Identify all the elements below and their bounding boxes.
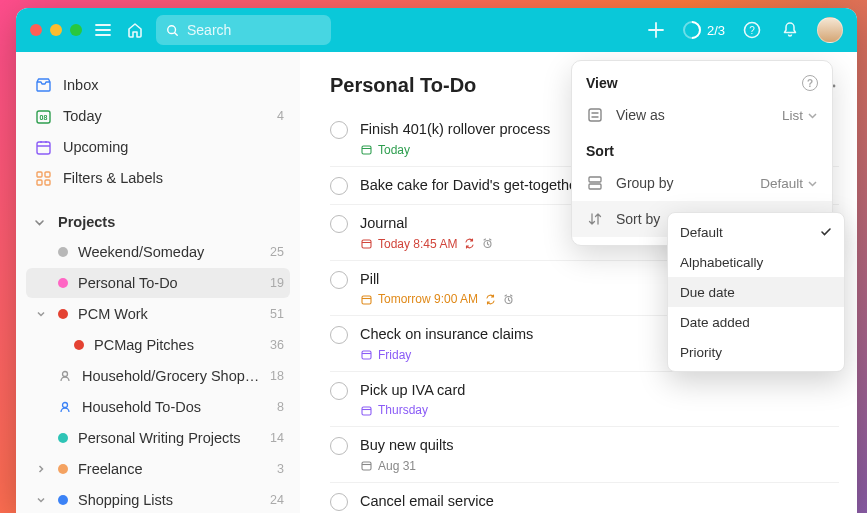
sidebar-item-label: Today [63, 108, 266, 124]
submenu-item-label: Due date [680, 285, 735, 300]
chevron-icon [34, 495, 48, 505]
sidebar-project-item[interactable]: PCMag Pitches36 [26, 330, 290, 360]
sidebar-item-today[interactable]: 08 Today 4 [26, 101, 290, 131]
task-row[interactable]: Buy new quiltsAug 31 [330, 427, 839, 483]
task-checkbox[interactable] [330, 271, 348, 289]
sidebar-project-item[interactable]: Shopping Lists24 [26, 485, 290, 513]
project-label: PCM Work [78, 306, 260, 322]
menu-icon[interactable] [92, 19, 114, 41]
svg-rect-31 [589, 184, 601, 189]
submenu-item-label: Alphabetically [680, 255, 763, 270]
task-title: Buy new quilts [360, 436, 839, 456]
close-window-button[interactable] [30, 24, 42, 36]
task-due-label: Aug 31 [378, 459, 416, 473]
search-field[interactable] [156, 15, 331, 45]
help-icon[interactable]: ? [802, 75, 818, 91]
project-label: PCMag Pitches [94, 337, 260, 353]
search-input[interactable] [187, 22, 321, 38]
notifications-icon[interactable] [779, 19, 801, 41]
project-label: Household To-Dos [82, 399, 267, 415]
sidebar-item-upcoming[interactable]: Upcoming [26, 132, 290, 162]
search-icon [166, 23, 179, 38]
add-task-button[interactable] [645, 19, 667, 41]
submenu-item[interactable]: Due date [668, 277, 844, 307]
group-by-value: Default [760, 176, 818, 191]
svg-rect-25 [362, 351, 371, 359]
submenu-item[interactable]: Date added [668, 307, 844, 337]
svg-rect-8 [37, 180, 42, 185]
project-color-dot [58, 309, 68, 319]
help-icon[interactable]: ? [741, 19, 763, 41]
svg-rect-20 [362, 146, 371, 154]
task-row[interactable]: Pick up IVA cardThursday [330, 372, 839, 428]
submenu-item[interactable]: Alphabetically [668, 247, 844, 277]
task-checkbox[interactable] [330, 326, 348, 344]
project-count: 18 [270, 369, 284, 383]
submenu-item[interactable]: Priority [668, 337, 844, 367]
sidebar-item-label: Upcoming [63, 139, 273, 155]
svg-rect-21 [362, 240, 371, 248]
avatar[interactable] [817, 17, 843, 43]
project-label: Weekend/Someday [78, 244, 260, 260]
task-checkbox[interactable] [330, 121, 348, 139]
sidebar-project-item[interactable]: Personal To-Do19 [26, 268, 290, 298]
calendar-icon [360, 460, 372, 472]
task-body: Pick up IVA cardThursday [360, 381, 839, 418]
calendar-icon [360, 293, 372, 305]
sidebar-project-item[interactable]: PCM Work51 [26, 299, 290, 329]
view-as-row[interactable]: View as List [572, 97, 832, 133]
sidebar-project-item[interactable]: Household To-Dos8 [26, 392, 290, 422]
sidebar-project-item[interactable]: Personal Writing Projects14 [26, 423, 290, 453]
project-label: Personal Writing Projects [78, 430, 260, 446]
inbox-icon [34, 76, 52, 94]
upcoming-icon [34, 138, 52, 156]
submenu-item-label: Date added [680, 315, 750, 330]
project-count: 8 [277, 400, 284, 414]
project-count: 19 [270, 276, 284, 290]
task-due-label: Today [378, 143, 410, 157]
traffic-lights [30, 24, 82, 36]
app-window: 2/3 ? Inbox 08 Today 4 [16, 8, 857, 513]
task-due-label: Friday [378, 348, 411, 362]
minimize-window-button[interactable] [50, 24, 62, 36]
sidebar: Inbox 08 Today 4 Upcoming Filters & Labe… [16, 52, 300, 513]
popover-sort-header: Sort [572, 133, 832, 165]
task-checkbox[interactable] [330, 437, 348, 455]
zoom-window-button[interactable] [70, 24, 82, 36]
alarm-icon [481, 238, 493, 250]
calendar-icon [360, 144, 372, 156]
sidebar-item-inbox[interactable]: Inbox [26, 70, 290, 100]
projects-section-header[interactable]: Projects [26, 207, 290, 237]
view-as-label: View as [616, 107, 770, 123]
sidebar-item-filters[interactable]: Filters & Labels [26, 163, 290, 193]
task-checkbox[interactable] [330, 215, 348, 233]
today-icon: 08 [34, 107, 52, 125]
svg-rect-5 [37, 142, 50, 154]
task-body: Cancel email serviceAug 1 [360, 492, 839, 513]
project-label: Household/Grocery Shopping [82, 368, 260, 384]
sort-icon [586, 210, 604, 228]
sidebar-project-item[interactable]: Household/Grocery Shopping18 [26, 361, 290, 391]
project-count: 51 [270, 307, 284, 321]
home-icon[interactable] [124, 19, 146, 41]
project-count: 25 [270, 245, 284, 259]
sidebar-project-item[interactable]: Freelance3 [26, 454, 290, 484]
check-icon [820, 226, 832, 238]
svg-rect-9 [45, 180, 50, 185]
group-by-label: Group by [616, 175, 748, 191]
project-color-dot [74, 340, 84, 350]
task-due-label: Tomorrow 9:00 AM [378, 292, 478, 306]
project-color-dot [58, 278, 68, 288]
task-checkbox[interactable] [330, 177, 348, 195]
sidebar-project-item[interactable]: Weekend/Someday25 [26, 237, 290, 267]
task-meta: Thursday [360, 403, 839, 417]
submenu-item[interactable]: Default [668, 217, 844, 247]
group-by-row[interactable]: Group by Default [572, 165, 832, 201]
productivity-button[interactable]: 2/3 [683, 21, 725, 39]
svg-text:?: ? [749, 25, 755, 36]
task-checkbox[interactable] [330, 493, 348, 511]
task-checkbox[interactable] [330, 382, 348, 400]
submenu-item-label: Priority [680, 345, 722, 360]
project-count: 36 [270, 338, 284, 352]
task-row[interactable]: Cancel email serviceAug 1 [330, 483, 839, 513]
